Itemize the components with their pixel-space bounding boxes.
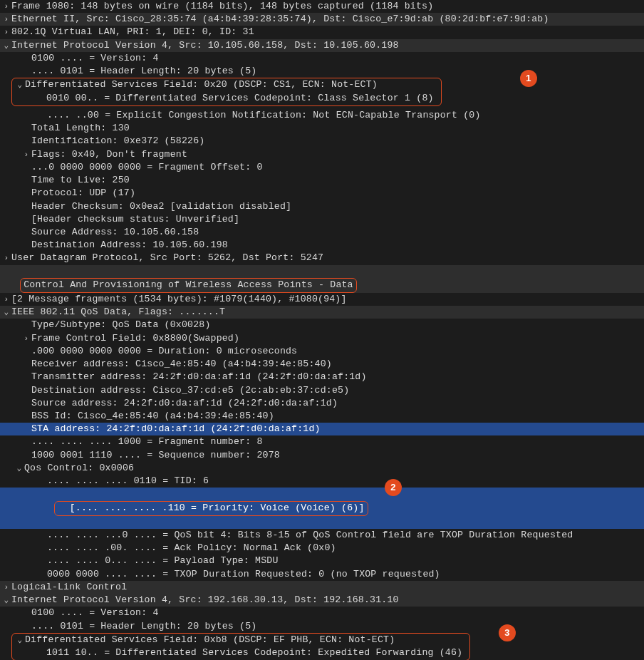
chevron-down-icon: ⌄ [1, 595, 11, 606]
tree-dsfield-inner[interactable]: ⌄Differentiated Services Field: 0xb8 (DS… [15, 634, 467, 646]
label: 0010 00.. = Differentiated Services Code… [46, 93, 434, 103]
label: .... .... 0... .... = Payload Type: MSDU [47, 555, 279, 566]
label: Transmitter address: 24:2f:d0:da:af:1d (… [31, 371, 367, 382]
tree-ipv4-outer[interactable]: ⌄Internet Protocol Version 4, Src: 10.10… [0, 39, 644, 52]
ip-hdrlen[interactable]: .... 0101 = Header Length: 20 bytes (5) [0, 65, 644, 78]
chevron-right-icon: › [1, 1, 11, 12]
chevron-right-icon: › [1, 582, 11, 593]
tree-udp[interactable]: ›User Datagram Protocol, Src Port: 5262,… [0, 252, 644, 264]
dst-addr[interactable]: Destination Address: 10.105.60.198 [0, 239, 644, 252]
receiver-addr[interactable]: Receiver address: Cisco_4e:85:40 (a4:b4:… [0, 358, 644, 371]
label: Total Length: 130 [31, 123, 130, 133]
label: Logical-Link Control [11, 582, 127, 592]
tree-dsfield-outer[interactable]: ⌄Differentiated Services Field: 0x20 (DS… [15, 78, 438, 91]
frag-offset[interactable]: ...0 0000 0000 0000 = Fragment Offset: 0 [0, 161, 644, 174]
label: [2 Message fragments (1534 bytes): #1079… [11, 294, 347, 304]
label: .... .... .... 1000 = Fragment number: 8 [31, 436, 263, 447]
label: BSS Id: Cisco_4e:85:40 (a4:b4:39:4e:85:4… [31, 411, 274, 421]
chevron-down-icon: ⌄ [1, 41, 11, 51]
type-subtype[interactable]: Type/Subtype: QoS Data (0x0028) [0, 319, 644, 331]
qos-txop[interactable]: 0000 0000 .... .... = TXOP Duration Requ… [0, 568, 644, 581]
fragment-number[interactable]: .... .... .... 1000 = Fragment number: 8 [0, 435, 644, 448]
label: Source Address: 10.105.60.158 [31, 227, 199, 237]
label: Differentiated Services Field: 0xb8 (DSC… [25, 634, 395, 645]
bss-id[interactable]: BSS Id: Cisco_4e:85:40 (a4:b4:39:4e:85:4… [0, 410, 644, 423]
label: Source address: 24:2f:d0:da:af:1d (24:2f… [31, 398, 338, 408]
label: Frame Control Field: 0x8800(Swapped) [31, 333, 239, 344]
qos-priority[interactable]: [.... .... .... .110 = Priority: Voice (… [0, 488, 644, 529]
label: Qos Control: 0x0006 [24, 463, 134, 473]
dscp-cs1[interactable]: 0010 00.. = Differentiated Services Code… [15, 92, 438, 105]
tree-qos-control[interactable]: ⌄Qos Control: 0x0006 [0, 462, 644, 475]
capwap-data[interactable]: Control And Provisioning of Wireless Acc… [0, 265, 644, 293]
destination-addr[interactable]: Destination address: Cisco_37:cd:e5 (2c:… [0, 384, 644, 397]
dscp-ef[interactable]: 1011 10.. = Differentiated Services Code… [15, 646, 467, 659]
qos-ack-policy[interactable]: .... .... .00. .... = Ack Policy: Normal… [0, 542, 644, 555]
tree-msg-fragments[interactable]: ›[2 Message fragments (1534 bytes): #107… [0, 293, 644, 306]
hdr-checksum-status[interactable]: [Header checksum status: Unverified] [0, 213, 644, 226]
label: .... 0101 = Header Length: 20 bytes (5) [31, 66, 256, 76]
qos-bit4[interactable]: .... .... ...0 .... = QoS bit 4: Bits 8-… [0, 529, 644, 542]
ttl[interactable]: Time to Live: 250 [0, 174, 644, 187]
label: Receiver address: Cisco_4e:85:40 (a4:b4:… [31, 359, 332, 369]
chevron-right-icon: › [21, 334, 31, 344]
label: [Header checksum status: Unverified] [31, 214, 239, 225]
chevron-right-icon: › [1, 294, 11, 305]
label: [.... .... .... .110 = Priority: Voice (… [70, 502, 365, 513]
label: Header Checksum: 0x0ea2 [validation disa… [31, 201, 291, 212]
tree-frame[interactable]: ›Frame 1080: 148 bytes on wire (1184 bit… [0, 0, 644, 13]
chevron-down-icon: ⌄ [14, 463, 24, 474]
label: IEEE 802.11 QoS Data, Flags: .......T [11, 306, 225, 317]
chevron-down-icon: ⌄ [1, 307, 11, 318]
ecn-outer[interactable]: .... ..00 = Explicit Congestion Notifica… [0, 109, 644, 122]
highlight-box-2: [.... .... .... .110 = Priority: Voice (… [54, 501, 368, 516]
chevron-right-icon: › [1, 253, 11, 264]
src-addr[interactable]: Source Address: 10.105.60.158 [0, 226, 644, 239]
transmitter-addr[interactable]: Transmitter address: 24:2f:d0:da:af:1d (… [0, 371, 644, 383]
label: User Datagram Protocol, Src Port: 5262, … [11, 252, 323, 263]
label: Time to Live: 250 [31, 175, 130, 185]
source-addr[interactable]: Source address: 24:2f:d0:da:af:1d (24:2f… [0, 397, 644, 410]
label: STA address: 24:2f:d0:da:af:1d (24:2f:d0… [31, 423, 321, 434]
highlight-box-3: ⌄Differentiated Services Field: 0xb8 (DS… [11, 633, 470, 660]
label: ...0 0000 0000 0000 = Fragment Offset: 0 [31, 162, 263, 172]
tree-flags[interactable]: ›Flags: 0x40, Don't fragment [0, 148, 644, 161]
sequence-number[interactable]: 1000 0001 1110 .... = Sequence number: 2… [0, 449, 644, 462]
chevron-down-icon: ⌄ [15, 635, 25, 646]
hdr-checksum[interactable]: Header Checksum: 0x0ea2 [validation disa… [0, 200, 644, 213]
qos-tid[interactable]: .... .... .... 0110 = TID: 6 [0, 475, 644, 488]
label: .... .... .... 0110 = TID: 6 [47, 475, 209, 486]
sta-addr[interactable]: STA address: 24:2f:d0:da:af:1d (24:2f:d0… [0, 423, 644, 435]
chevron-right-icon: › [1, 14, 11, 25]
total-length[interactable]: Total Length: 130 [0, 122, 644, 135]
label: 0000 0000 .... .... = TXOP Duration Requ… [47, 569, 440, 579]
tree-ipv4-inner[interactable]: ⌄Internet Protocol Version 4, Src: 192.1… [0, 594, 644, 607]
label: Destination address: Cisco_37:cd:e5 (2c:… [31, 385, 349, 396]
protocol[interactable]: Protocol: UDP (17) [0, 187, 644, 200]
chevron-right-icon: › [21, 150, 31, 160]
tree-ethernet[interactable]: ›Ethernet II, Src: Cisco_28:35:74 (a4:b4… [0, 13, 644, 26]
ip-version-inner[interactable]: 0100 .... = Version: 4 [0, 607, 644, 619]
label: Frame 1080: 148 bytes on wire (1184 bits… [11, 1, 433, 11]
highlight-box-capwap: Control And Provisioning of Wireless Acc… [20, 278, 357, 293]
tree-frame-control[interactable]: ›Frame Control Field: 0x8800(Swapped) [0, 332, 644, 345]
chevron-down-icon: ⌄ [15, 80, 25, 91]
label: 1000 0001 1110 .... = Sequence number: 2… [31, 450, 280, 460]
label: Type/Subtype: QoS Data (0x0028) [31, 319, 211, 330]
label: .... 0101 = Header Length: 20 bytes (5) [31, 621, 256, 631]
identification[interactable]: Identification: 0xe372 (58226) [0, 135, 644, 148]
tree-vlan[interactable]: ›802.1Q Virtual LAN, PRI: 1, DEI: 0, ID:… [0, 26, 644, 38]
tree-llc[interactable]: ›Logical-Link Control [0, 581, 644, 594]
qos-payload-type[interactable]: .... .... 0... .... = Payload Type: MSDU [0, 555, 644, 567]
label: Internet Protocol Version 4, Src: 10.105… [11, 40, 399, 51]
duration[interactable]: .000 0000 0000 0000 = Duration: 0 micros… [0, 345, 644, 358]
label: .... .... .00. .... = Ack Policy: Normal… [47, 542, 336, 553]
label: .... ..00 = Explicit Congestion Notifica… [47, 110, 481, 120]
label: Destination Address: 10.105.60.198 [31, 239, 228, 250]
ip-hdrlen-inner[interactable]: .... 0101 = Header Length: 20 bytes (5) [0, 620, 644, 633]
label: Differentiated Services Field: 0x20 (DSC… [25, 79, 378, 90]
ip-version[interactable]: 0100 .... = Version: 4 [0, 52, 644, 65]
chevron-right-icon: › [1, 27, 11, 38]
callout-3: 3 [499, 624, 516, 641]
tree-80211-qos[interactable]: ⌄IEEE 802.11 QoS Data, Flags: .......T [0, 306, 644, 319]
